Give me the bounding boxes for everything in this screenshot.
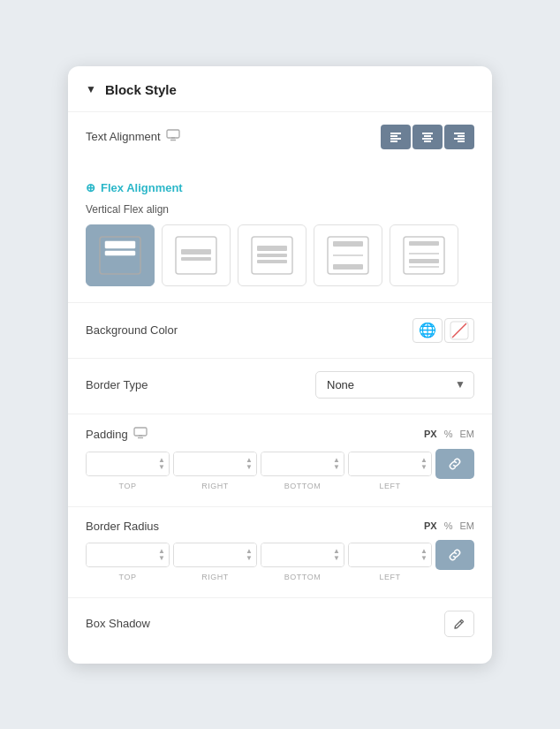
collapse-icon[interactable]: ▼ (86, 83, 96, 95)
flex-option-center-start[interactable] (162, 224, 231, 286)
padding-left-down[interactable]: ▼ (419, 464, 429, 471)
align-right-button[interactable] (444, 125, 474, 149)
padding-inputs-row: ▲ ▼ ▲ ▼ ▲ ▼ ▲ (86, 449, 474, 479)
border-radius-input-labels: TOP RIGHT BOTTOM LEFT (86, 573, 474, 581)
padding-unit-px[interactable]: PX (424, 429, 437, 439)
flex-title-text: Flex Alignment (101, 181, 183, 194)
panel-title: Block Style (105, 82, 177, 97)
svg-rect-30 (409, 241, 439, 246)
padding-top-down[interactable]: ▼ (156, 464, 167, 471)
block-style-panel: ▼ Block Style Text Alignment (68, 66, 492, 664)
align-center-button[interactable] (412, 125, 443, 149)
padding-header: Padding PX % EM (86, 427, 474, 442)
background-color-label: Background Color (86, 323, 178, 337)
border-radius-inputs-row: ▲ ▼ ▲ ▼ ▲ ▼ ▲ (86, 540, 474, 570)
padding-label: Padding (86, 427, 148, 442)
flex-option-space-around[interactable] (390, 224, 458, 286)
background-color-row: Background Color 🌐 (68, 307, 492, 354)
padding-section: Padding PX % EM ▲ ▼ (68, 418, 492, 503)
flex-option-space-between[interactable] (314, 224, 382, 286)
padding-text: Padding (86, 428, 128, 441)
text-alignment-label: Text Alignment (86, 129, 180, 144)
padding-unit-percent[interactable]: % (444, 429, 453, 439)
padding-link-button[interactable] (435, 449, 474, 479)
border-radius-left-label: LEFT (348, 573, 432, 581)
box-shadow-label: Box Shadow (86, 617, 150, 630)
flex-alignment-section: ⊕ Flex Alignment Vertical Flex align (68, 172, 492, 299)
padding-left-input-wrapper: ▲ ▼ (348, 452, 432, 476)
svg-rect-18 (176, 237, 216, 274)
monitor-icon (166, 129, 180, 144)
svg-rect-17 (105, 251, 135, 255)
svg-rect-24 (257, 260, 287, 263)
flex-icon: ⊕ (86, 181, 95, 194)
padding-input-labels: TOP RIGHT BOTTOM LEFT (86, 482, 474, 490)
text-alignment-section: Text Alignment (68, 112, 492, 172)
border-radius-text: Border Radius (86, 520, 159, 533)
flex-alignment-title: ⊕ Flex Alignment (86, 181, 474, 194)
border-radius-left-down[interactable]: ▼ (419, 555, 429, 562)
border-radius-top-down[interactable]: ▼ (156, 555, 167, 562)
border-type-label: Border Type (86, 378, 148, 391)
padding-bottom-label: BOTTOM (261, 482, 344, 490)
border-radius-bottom-down[interactable]: ▼ (331, 555, 342, 562)
padding-top-label: TOP (86, 482, 170, 490)
globe-icon: 🌐 (419, 322, 436, 338)
border-radius-bottom-label: BOTTOM (261, 573, 344, 581)
padding-left-label: LEFT (348, 482, 432, 490)
border-type-select[interactable]: None Solid Dashed Dotted Double (315, 371, 474, 399)
svg-line-39 (460, 621, 462, 623)
svg-rect-22 (257, 246, 287, 251)
vertical-flex-label: Vertical Flex align (86, 203, 474, 216)
padding-monitor-icon (133, 427, 148, 442)
svg-rect-23 (257, 254, 287, 257)
border-radius-left-input-wrapper: ▲ ▼ (348, 543, 432, 567)
svg-rect-26 (333, 241, 363, 247)
padding-right-input-wrapper: ▲ ▼ (173, 452, 257, 476)
box-shadow-row: Box Shadow (68, 602, 492, 646)
svg-line-35 (452, 323, 466, 338)
color-buttons: 🌐 (412, 318, 474, 343)
border-radius-link-button[interactable] (435, 540, 474, 570)
flex-option-center[interactable] (238, 224, 306, 286)
border-radius-top-label: TOP (86, 573, 170, 581)
border-type-row: Border Type None Solid Dashed Dotted Dou… (68, 362, 492, 410)
svg-rect-32 (409, 259, 439, 263)
panel-header: ▼ Block Style (68, 66, 492, 112)
slash-icon (450, 321, 469, 340)
border-radius-right-input-wrapper: ▲ ▼ (173, 543, 257, 567)
border-type-select-wrapper: None Solid Dashed Dotted Double ▼ (315, 371, 474, 399)
global-color-button[interactable]: 🌐 (412, 318, 443, 343)
svg-rect-36 (134, 428, 147, 436)
svg-rect-19 (181, 249, 211, 254)
border-radius-bottom-input-wrapper: ▲ ▼ (261, 543, 344, 567)
border-radius-unit-percent[interactable]: % (444, 520, 453, 531)
svg-rect-16 (105, 241, 135, 248)
text-alignment-row: Text Alignment (86, 125, 474, 149)
padding-unit-em[interactable]: EM (460, 429, 475, 439)
padding-units: PX % EM (424, 429, 474, 439)
border-radius-right-down[interactable]: ▼ (244, 555, 254, 562)
text-alignment-buttons (381, 125, 474, 149)
border-radius-label: Border Radius (86, 520, 159, 533)
svg-rect-20 (181, 257, 211, 261)
border-radius-unit-em[interactable]: EM (460, 520, 475, 531)
no-color-button[interactable] (444, 318, 474, 343)
border-radius-top-input-wrapper: ▲ ▼ (86, 543, 170, 567)
padding-right-down[interactable]: ▼ (244, 464, 254, 471)
border-radius-units: PX % EM (424, 520, 474, 531)
border-radius-right-label: RIGHT (173, 573, 257, 581)
padding-bottom-down[interactable]: ▼ (331, 464, 342, 471)
text-alignment-text: Text Alignment (86, 130, 161, 143)
svg-rect-0 (167, 130, 179, 138)
flex-options-group (86, 224, 474, 286)
padding-right-label: RIGHT (173, 482, 257, 490)
flex-option-start[interactable] (86, 224, 155, 286)
box-shadow-edit-button[interactable] (444, 611, 474, 637)
svg-rect-28 (333, 264, 363, 270)
border-radius-header: Border Radius PX % EM (86, 520, 474, 533)
padding-top-input-wrapper: ▲ ▼ (86, 452, 170, 476)
border-radius-section: Border Radius PX % EM ▲ ▼ ▲ ▼ (68, 511, 492, 594)
align-left-button[interactable] (381, 125, 411, 149)
border-radius-unit-px[interactable]: PX (424, 520, 437, 531)
